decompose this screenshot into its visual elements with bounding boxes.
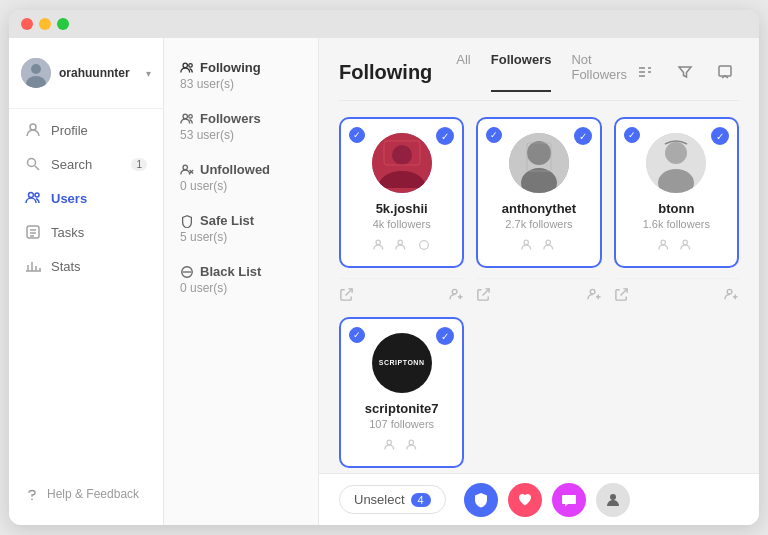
chat-action-button[interactable] bbox=[552, 483, 586, 517]
card-followers: 107 followers bbox=[369, 418, 434, 430]
card-checkbox[interactable]: ✓ bbox=[349, 127, 365, 143]
svg-point-7 bbox=[35, 193, 39, 197]
unselect-button[interactable]: Unselect 4 bbox=[339, 485, 446, 514]
external-link-icon[interactable] bbox=[614, 287, 629, 305]
card-container: ✓ ✓ SCRIPTONN scriptonite7 107 followers bbox=[339, 317, 464, 473]
sidebar-item-users[interactable]: Users bbox=[9, 181, 163, 215]
bottom-actions bbox=[464, 483, 630, 517]
message-icon[interactable] bbox=[711, 58, 739, 86]
user-card-scriptonite7[interactable]: ✓ ✓ SCRIPTONN scriptonite7 107 followers bbox=[339, 317, 464, 468]
middle-item-followers[interactable]: Followers 53 user(s) bbox=[164, 101, 318, 152]
middle-item-unfollowed[interactable]: Unfollowed 0 user(s) bbox=[164, 152, 318, 203]
svg-point-59 bbox=[727, 289, 732, 294]
svg-point-38 bbox=[419, 241, 428, 250]
svg-point-22 bbox=[183, 165, 187, 169]
svg-point-1 bbox=[31, 64, 41, 74]
card-checkbox[interactable]: ✓ bbox=[486, 127, 502, 143]
svg-point-21 bbox=[189, 114, 193, 118]
svg-point-56 bbox=[661, 240, 665, 244]
card-icons bbox=[658, 238, 694, 252]
user-card-btonn[interactable]: ✓ ✓ btonn 1.6k fol bbox=[614, 117, 739, 268]
safelist-icon bbox=[180, 214, 194, 228]
svg-line-58 bbox=[620, 289, 627, 296]
verified-badge: ✓ bbox=[436, 327, 454, 345]
user-icon bbox=[384, 438, 398, 452]
user-card-anthonythet[interactable]: ✓ ✓ anthonythet 2. bbox=[476, 117, 601, 268]
sidebar-item-profile[interactable]: Profile bbox=[9, 113, 163, 147]
blacklist-icon bbox=[180, 265, 194, 279]
card-followers: 2.7k followers bbox=[505, 218, 572, 230]
svg-point-57 bbox=[683, 240, 687, 244]
list-icon[interactable] bbox=[631, 58, 659, 86]
svg-point-48 bbox=[546, 240, 550, 244]
svg-point-17 bbox=[31, 498, 33, 500]
help-feedback-label: Help & Feedback bbox=[47, 487, 139, 501]
user-action-button[interactable] bbox=[596, 483, 630, 517]
sidebar-item-label: Users bbox=[51, 191, 87, 206]
card-username: anthonythet bbox=[502, 201, 576, 216]
svg-line-49 bbox=[483, 289, 490, 296]
card-footer bbox=[339, 278, 464, 305]
svg-point-47 bbox=[524, 240, 528, 244]
tabs: All Followers Not Followers bbox=[456, 52, 631, 92]
sidebar-user[interactable]: orahuunnter ▾ bbox=[9, 50, 163, 96]
cards-grid: ✓ ✓ 5k.joshii 4k f bbox=[339, 117, 739, 473]
card-checkbox[interactable]: ✓ bbox=[624, 127, 640, 143]
tab-followers[interactable]: Followers bbox=[491, 52, 552, 92]
card-username: btonn bbox=[658, 201, 694, 216]
add-user-icon[interactable] bbox=[724, 287, 739, 305]
card-icons bbox=[521, 238, 557, 252]
close-dot[interactable] bbox=[21, 18, 33, 30]
page-title: Following bbox=[339, 61, 432, 84]
card-username: scriptonite7 bbox=[365, 401, 439, 416]
card-icons bbox=[384, 438, 420, 452]
card-icons bbox=[373, 238, 431, 252]
verified-badge: ✓ bbox=[711, 127, 729, 145]
sidebar-item-tasks[interactable]: Tasks bbox=[9, 215, 163, 249]
card-footer bbox=[476, 278, 601, 305]
divider bbox=[9, 108, 163, 109]
shield-action-button[interactable] bbox=[464, 483, 498, 517]
main-content: orahuunnter ▾ Profile Search 1 bbox=[9, 38, 759, 525]
maximize-dot[interactable] bbox=[57, 18, 69, 30]
unselect-label: Unselect bbox=[354, 492, 405, 507]
svg-point-4 bbox=[28, 159, 36, 167]
svg-line-39 bbox=[346, 289, 353, 296]
verified-badge: ✓ bbox=[574, 127, 592, 145]
svg-point-62 bbox=[387, 440, 391, 444]
user-icon bbox=[521, 238, 535, 252]
unselect-count: 4 bbox=[411, 493, 431, 507]
add-user-icon[interactable] bbox=[587, 287, 602, 305]
user-card-joshii[interactable]: ✓ ✓ 5k.joshii 4k f bbox=[339, 117, 464, 268]
middle-item-following[interactable]: Following 83 user(s) bbox=[164, 50, 318, 101]
external-link-icon[interactable] bbox=[476, 287, 491, 305]
svg-point-50 bbox=[590, 289, 595, 294]
main-header: Following All Followers Not Followers bbox=[319, 38, 759, 92]
svg-point-3 bbox=[30, 124, 36, 130]
svg-point-44 bbox=[527, 141, 551, 165]
middle-item-blacklist[interactable]: Black List 0 user(s) bbox=[164, 254, 318, 305]
heart-action-button[interactable] bbox=[508, 483, 542, 517]
card-container: ✓ ✓ btonn 1.6k fol bbox=[614, 117, 739, 305]
add-user-icon[interactable] bbox=[449, 287, 464, 305]
users-icon bbox=[180, 61, 194, 75]
tab-not-followers[interactable]: Not Followers bbox=[571, 52, 631, 92]
card-container: ✓ ✓ anthonythet 2. bbox=[476, 117, 601, 305]
filter-icon[interactable] bbox=[671, 58, 699, 86]
search-badge: 1 bbox=[131, 158, 147, 171]
verified-badge: ✓ bbox=[436, 127, 454, 145]
avatar: SCRIPTONN bbox=[372, 333, 432, 393]
help-feedback-item[interactable]: Help & Feedback bbox=[9, 475, 163, 513]
external-link-icon[interactable] bbox=[339, 287, 354, 305]
avatar bbox=[646, 133, 706, 193]
cards-area: ✓ ✓ 5k.joshii 4k f bbox=[319, 101, 759, 473]
svg-point-20 bbox=[183, 114, 187, 118]
middle-item-safelist[interactable]: Safe List 5 user(s) bbox=[164, 203, 318, 254]
sidebar-item-search[interactable]: Search 1 bbox=[9, 147, 163, 181]
minimize-dot[interactable] bbox=[39, 18, 51, 30]
card-checkbox[interactable]: ✓ bbox=[349, 327, 365, 343]
titlebar bbox=[9, 10, 759, 38]
sidebar-item-stats[interactable]: Stats bbox=[9, 249, 163, 283]
svg-line-5 bbox=[35, 166, 39, 170]
tab-all[interactable]: All bbox=[456, 52, 470, 92]
